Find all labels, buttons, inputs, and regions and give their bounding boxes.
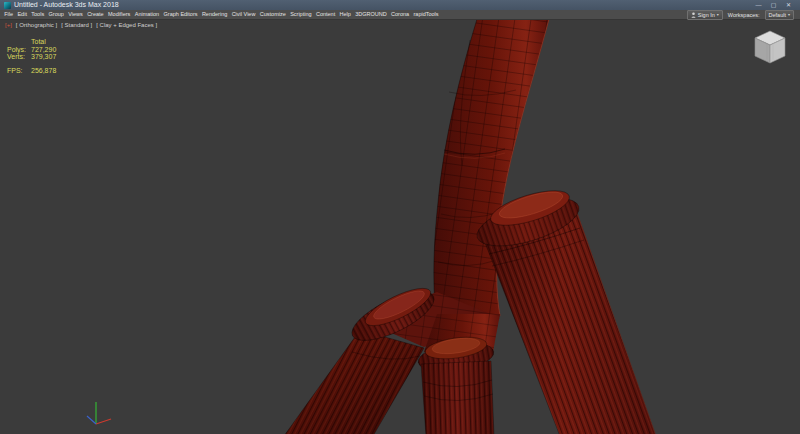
minimize-button[interactable]: — (751, 0, 766, 10)
stats-fps-value: 256,878 (31, 67, 56, 75)
window-titlebar: Untitled - Autodesk 3ds Max 2018 — ▢ ✕ (0, 0, 800, 10)
stats-polys-label: Polys: (7, 46, 31, 54)
3dsmax-window: Untitled - Autodesk 3ds Max 2018 — ▢ ✕ F… (0, 0, 800, 434)
chevron-down-icon: ▾ (788, 11, 790, 19)
stats-total-row: Total (7, 38, 56, 46)
workspaces-label: Workspaces: (728, 12, 760, 18)
viewport-menu-general[interactable]: [+] (5, 22, 12, 28)
menu-item-rendering[interactable]: Rendering (200, 10, 230, 19)
stats-polys-value: 727,290 (31, 46, 56, 54)
menu-item-scripting[interactable]: Scripting (288, 10, 314, 19)
menu-bar-right: Sign In ▾ Workspaces: Default ▾ (687, 10, 798, 20)
menu-item-graph-editors[interactable]: Graph Editors (161, 10, 199, 19)
app-icon (4, 2, 11, 9)
menu-item-rapidtools[interactable]: rapidTools (411, 10, 440, 19)
viewport-label: [+] [ Orthographic ] [ Standard ] [ Clay… (5, 22, 157, 28)
maximize-button[interactable]: ▢ (766, 0, 781, 10)
close-button[interactable]: ✕ (781, 0, 796, 10)
window-title: Untitled - Autodesk 3ds Max 2018 (14, 0, 119, 10)
3d-scene[interactable] (0, 20, 800, 434)
menu-item-3dground[interactable]: 3DGROUND (353, 10, 389, 19)
menu-item-animation[interactable]: Animation (133, 10, 162, 19)
stats-total-label: Total (31, 38, 46, 46)
menu-item-corona[interactable]: Corona (389, 10, 411, 19)
viewport-menu-pov[interactable]: [ Orthographic ] (16, 22, 57, 28)
menu-item-group[interactable]: Group (46, 10, 66, 19)
sign-in-label: Sign In (698, 12, 715, 18)
menu-item-views[interactable]: Views (66, 10, 85, 19)
menu-item-create[interactable]: Create (85, 10, 106, 19)
menu-item-edit[interactable]: Edit (15, 10, 29, 19)
stats-fps-row: FPS: 256,878 (7, 67, 56, 75)
window-controls: — ▢ ✕ (751, 0, 796, 10)
sign-in-button[interactable]: Sign In ▾ (687, 10, 723, 20)
stats-fps-label: FPS: (7, 67, 31, 75)
menu-bar: File Edit Tools Group Views Create Modif… (0, 10, 800, 20)
stats-verts-label: Verts: (7, 53, 31, 61)
axis-tripod-icon (82, 394, 116, 428)
menu-item-modifiers[interactable]: Modifiers (106, 10, 133, 19)
stats-verts-row: Verts: 379,307 (7, 53, 56, 61)
workspace-select[interactable]: Default ▾ (765, 10, 794, 20)
viewport-menu-style[interactable]: [ Standard ] (61, 22, 92, 28)
stats-spacer (7, 38, 31, 46)
menu-item-civil-view[interactable]: Civil View (229, 10, 257, 19)
menu-item-help[interactable]: Help (337, 10, 353, 19)
viewport[interactable]: [+] [ Orthographic ] [ Standard ] [ Clay… (0, 20, 800, 434)
workspace-value: Default (769, 12, 786, 18)
statistics-overlay: Total Polys: 727,290 Verts: 379,307 FPS:… (7, 38, 56, 74)
menu-item-customize[interactable]: Customize (258, 10, 288, 19)
user-icon (691, 12, 696, 18)
stats-polys-row: Polys: 727,290 (7, 46, 56, 54)
viewcube[interactable] (748, 26, 792, 66)
menu-item-file[interactable]: File (2, 10, 15, 19)
menu-item-tools[interactable]: Tools (29, 10, 46, 19)
stats-verts-value: 379,307 (31, 53, 56, 61)
menu-item-content[interactable]: Content (314, 10, 338, 19)
viewport-menu-shading[interactable]: [ Clay + Edged Faces ] (96, 22, 157, 28)
chevron-down-icon: ▾ (717, 11, 719, 19)
